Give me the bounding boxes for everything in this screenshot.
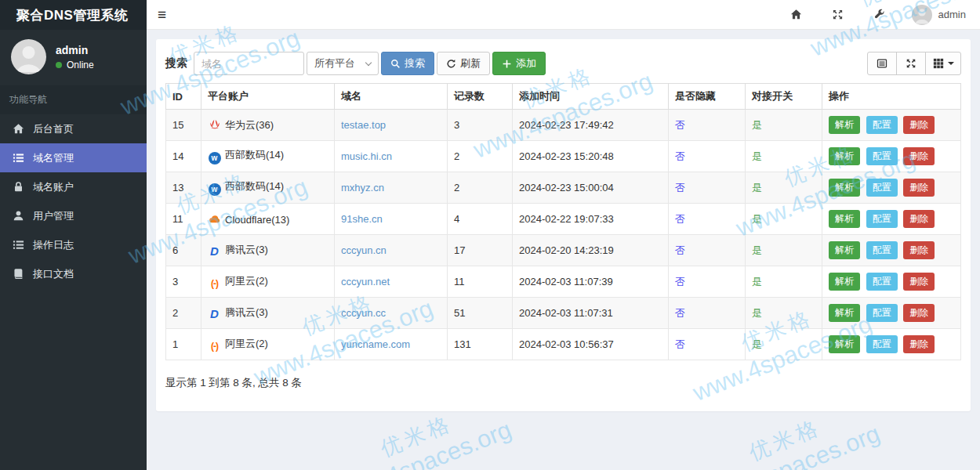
- sidebar-item-accounts[interactable]: 域名账户: [0, 172, 147, 201]
- navbar-username[interactable]: admin: [938, 9, 966, 20]
- config-button[interactable]: 配置: [866, 210, 898, 228]
- hidden-toggle-link[interactable]: 否: [675, 119, 685, 131]
- cell-records: 2: [448, 172, 513, 204]
- cell-platform: w西部数码(14): [201, 172, 335, 204]
- table-row: 2 D腾讯云(3) cccyun.cc 51 2024-02-03 11:07:…: [166, 298, 961, 329]
- hidden-toggle-link[interactable]: 否: [675, 150, 685, 162]
- home-icon[interactable]: [790, 9, 802, 20]
- hidden-toggle-link[interactable]: 否: [675, 276, 685, 287]
- card-view-icon[interactable]: [867, 52, 897, 75]
- fullscreen-icon[interactable]: [832, 9, 844, 20]
- sidebar-item-home[interactable]: 后台首页: [0, 114, 147, 143]
- cell-domain: cccyun.cc: [335, 298, 448, 329]
- sidebar-item-users[interactable]: 用户管理: [0, 201, 147, 230]
- config-button[interactable]: 配置: [866, 179, 898, 197]
- delete-button[interactable]: 删除: [903, 210, 935, 228]
- resolve-button[interactable]: 解析: [829, 335, 860, 353]
- cell-records: 2: [448, 141, 513, 172]
- hidden-toggle-link[interactable]: 否: [675, 307, 685, 319]
- cell-hidden: 否: [669, 204, 746, 235]
- cell-id: 14: [166, 141, 201, 172]
- resolve-button[interactable]: 解析: [829, 116, 860, 134]
- cell-id: 11: [166, 204, 201, 235]
- resolve-button[interactable]: 解析: [829, 147, 860, 165]
- app-root: 聚合DNS管理系统 admin Online 功能导航 后台首页 域名管理 域名…: [0, 0, 980, 470]
- domain-link[interactable]: yuncname.com: [341, 338, 410, 350]
- table-row: 3 (-)阿里云(2) cccyun.net 11 2024-02-03 11:…: [166, 266, 961, 298]
- search-button[interactable]: 搜索: [381, 52, 434, 75]
- cell-hidden: 否: [669, 235, 746, 266]
- domain-link[interactable]: music.hi.cn: [341, 150, 392, 162]
- hidden-toggle-link[interactable]: 否: [675, 244, 685, 256]
- resolve-button[interactable]: 解析: [829, 304, 860, 322]
- cell-platform: D腾讯云(3): [201, 298, 335, 329]
- resolve-button[interactable]: 解析: [829, 179, 860, 197]
- platform-name: 腾讯云(3): [225, 306, 268, 318]
- cell-hidden: 否: [669, 172, 746, 204]
- add-button[interactable]: 添加: [492, 52, 546, 75]
- hidden-toggle-link[interactable]: 否: [675, 213, 685, 225]
- cell-added-time: 2024-02-23 15:20:48: [513, 141, 669, 172]
- domain-link[interactable]: mxhyz.cn: [341, 182, 384, 193]
- cell-id: 15: [166, 110, 201, 141]
- resolve-button[interactable]: 解析: [829, 210, 860, 228]
- cell-added-time: 2024-02-23 17:49:42: [513, 110, 669, 141]
- platform-select[interactable]: 所有平台: [307, 52, 379, 75]
- cell-domain: testae.top: [335, 110, 448, 141]
- hidden-toggle-link[interactable]: 否: [675, 338, 685, 350]
- config-button[interactable]: 配置: [866, 147, 898, 165]
- sidebar: 聚合DNS管理系统 admin Online 功能导航 后台首页 域名管理 域名…: [0, 0, 147, 470]
- refresh-button[interactable]: 刷新: [437, 52, 490, 75]
- table-fullscreen-icon[interactable]: [896, 52, 926, 75]
- config-button[interactable]: 配置: [866, 335, 898, 353]
- delete-button[interactable]: 删除: [903, 147, 935, 165]
- cell-id: 6: [166, 235, 201, 266]
- search-label: 搜索: [165, 56, 187, 70]
- avatar[interactable]: [912, 5, 932, 25]
- platform-select-value: 所有平台: [314, 56, 355, 70]
- toolbar: 搜索 所有平台 搜索 刷新 添加: [165, 52, 961, 75]
- column-header: 对接开关: [746, 84, 822, 110]
- platform-name: Cloudflare(13): [225, 214, 289, 226]
- table-row: 13 w西部数码(14) mxhyz.cn 2 2024-02-23 15:00…: [166, 172, 961, 204]
- hidden-toggle-link[interactable]: 否: [675, 182, 685, 193]
- sidebar-toggle-button[interactable]: ≡: [147, 0, 177, 30]
- domain-link[interactable]: 91she.cn: [341, 213, 383, 225]
- platform-icon-tencent: D: [208, 245, 221, 258]
- switch-status: 是: [752, 182, 762, 193]
- cell-hidden: 否: [669, 298, 746, 329]
- config-button[interactable]: 配置: [866, 273, 898, 291]
- delete-button[interactable]: 删除: [903, 335, 935, 353]
- switch-status: 是: [752, 338, 762, 350]
- delete-button[interactable]: 删除: [903, 241, 935, 259]
- cell-switch: 是: [746, 110, 822, 141]
- cell-domain: mxhyz.cn: [335, 172, 448, 204]
- search-input[interactable]: [194, 52, 304, 75]
- config-button[interactable]: 配置: [866, 304, 898, 322]
- domain-link[interactable]: cccyun.cc: [341, 307, 386, 319]
- config-button[interactable]: 配置: [866, 241, 898, 259]
- table-row: 15 华为云(36) testae.top 3 2024-02-23 17:49…: [166, 110, 961, 141]
- user-name: admin: [56, 44, 94, 56]
- delete-button[interactable]: 删除: [903, 273, 935, 291]
- delete-button[interactable]: 删除: [903, 116, 935, 134]
- delete-button[interactable]: 删除: [903, 304, 935, 322]
- wrench-icon[interactable]: [873, 9, 885, 20]
- online-status-dot: [56, 62, 62, 68]
- sidebar-item-docs[interactable]: 接口文档: [0, 259, 147, 288]
- domain-link[interactable]: cccyun.net: [341, 276, 390, 287]
- domain-link[interactable]: testae.top: [341, 119, 386, 131]
- cell-switch: 是: [746, 329, 822, 360]
- resolve-button[interactable]: 解析: [829, 273, 860, 291]
- cell-platform: Cloudflare(13): [201, 204, 335, 235]
- delete-button[interactable]: 删除: [903, 179, 935, 197]
- resolve-button[interactable]: 解析: [829, 241, 860, 259]
- sidebar-item-domains[interactable]: 域名管理: [0, 143, 147, 172]
- domain-link[interactable]: cccyun.cn: [341, 244, 387, 256]
- columns-dropdown-icon[interactable]: [925, 52, 961, 75]
- sidebar-item-logs[interactable]: 操作日志: [0, 230, 147, 259]
- config-button[interactable]: 配置: [866, 116, 898, 134]
- cell-platform: D腾讯云(3): [201, 235, 335, 266]
- platform-icon-west: w: [208, 152, 221, 164]
- cell-records: 4: [448, 204, 513, 235]
